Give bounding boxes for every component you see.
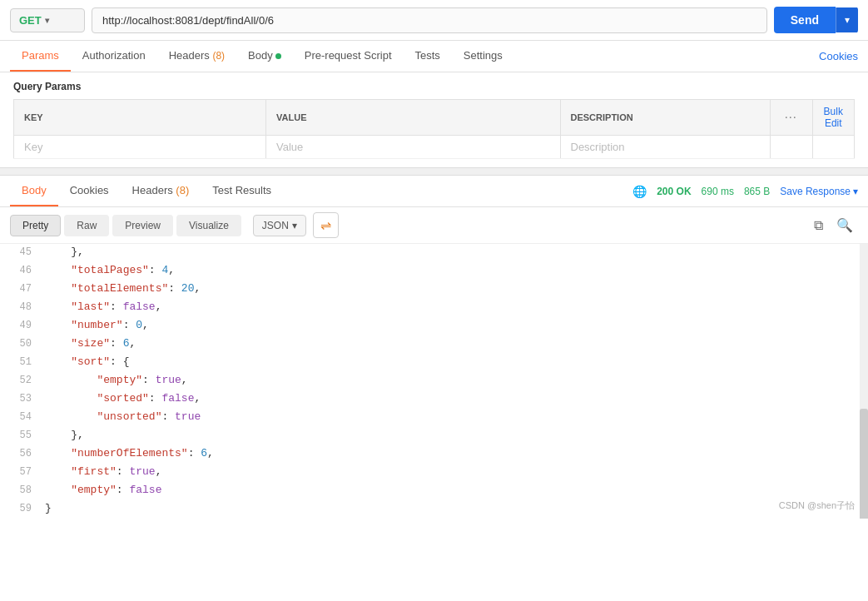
search-button[interactable]: 🔍 xyxy=(831,214,858,236)
desc-cell[interactable]: Description xyxy=(560,136,771,159)
view-preview-button[interactable]: Preview xyxy=(112,215,173,236)
resp-tab-test-results[interactable]: Test Results xyxy=(201,176,283,206)
code-line-48: 48 "last": false, xyxy=(0,299,868,317)
row-bulk xyxy=(812,136,855,159)
format-chevron-icon: ▾ xyxy=(292,220,297,231)
col-header-value: VALUE xyxy=(266,100,561,136)
scrollbar-track[interactable] xyxy=(860,244,868,519)
tab-prerequest[interactable]: Pre-request Script xyxy=(293,41,404,72)
bulk-edit-button[interactable]: Bulk Edit xyxy=(823,106,845,129)
resp-tab-cookies[interactable]: Cookies xyxy=(58,176,121,206)
line-content-55: }, xyxy=(42,427,84,445)
line-num-53: 53 xyxy=(0,390,42,407)
line-content-57: "first": true, xyxy=(42,464,161,481)
resp-tab-headers[interactable]: Headers (8) xyxy=(121,176,201,206)
body-dot xyxy=(275,53,281,59)
response-status: 200 OK xyxy=(657,186,691,197)
line-num-54: 54 xyxy=(0,409,42,425)
method-select[interactable]: GET ▾ xyxy=(10,8,85,32)
col-header-actions: ··· xyxy=(771,100,813,136)
line-content-54: "unsorted": true xyxy=(42,409,201,426)
method-label: GET xyxy=(19,14,42,27)
watermark: CSDN @shen子怡 xyxy=(779,499,855,512)
globe-icon: 🌐 xyxy=(632,185,647,198)
line-num-51: 51 xyxy=(0,354,42,370)
response-meta: 🌐 200 OK 690 ms 865 B Save Response ▾ xyxy=(632,185,858,198)
line-num-56: 56 xyxy=(0,445,42,462)
line-content-59: } xyxy=(42,500,52,518)
cookies-link[interactable]: Cookies xyxy=(819,50,858,62)
tab-tests[interactable]: Tests xyxy=(404,41,452,72)
scrollbar-thumb[interactable] xyxy=(860,409,868,519)
format-label: JSON xyxy=(262,220,289,231)
tab-authorization[interactable]: Authorization xyxy=(71,41,157,72)
view-visualize-button[interactable]: Visualize xyxy=(176,215,241,236)
resp-headers-badge: (8) xyxy=(176,184,189,196)
table-row: Key Value Description xyxy=(14,136,855,159)
key-cell[interactable]: Key xyxy=(14,136,266,159)
line-content-58: "empty": false xyxy=(42,482,161,499)
line-num-59: 59 xyxy=(0,500,42,517)
wrap-button[interactable]: ⇌ xyxy=(313,212,339,238)
send-button[interactable]: Send xyxy=(774,7,836,33)
line-num-55: 55 xyxy=(0,427,42,444)
code-line-52: 52 "empty": true, xyxy=(0,372,868,390)
line-content-46: "totalPages": 4, xyxy=(42,262,175,280)
section-divider xyxy=(0,167,868,176)
code-wrapper: 45 }, 46 "totalPages": 4, 47 "totalEleme… xyxy=(0,244,868,519)
line-num-58: 58 xyxy=(0,482,42,499)
line-num-57: 57 xyxy=(0,464,42,480)
response-tabs: Body Cookies Headers (8) Test Results 🌐 … xyxy=(0,176,868,207)
line-content-51: "sort": { xyxy=(42,354,129,371)
line-content-48: "last": false, xyxy=(42,299,161,316)
code-line-54: 54 "unsorted": true xyxy=(0,409,868,427)
copy-button[interactable]: ⧉ xyxy=(809,215,828,236)
code-line-45: 45 }, xyxy=(0,244,868,262)
code-line-53: 53 "sorted": false, xyxy=(0,390,868,409)
response-body[interactable]: 45 }, 46 "totalPages": 4, 47 "totalEleme… xyxy=(0,244,868,519)
line-num-50: 50 xyxy=(0,335,42,352)
tab-body[interactable]: Body xyxy=(236,41,293,72)
tab-settings[interactable]: Settings xyxy=(452,41,514,72)
params-table: KEY VALUE DESCRIPTION ··· Bulk Edit Key … xyxy=(13,99,855,159)
line-num-46: 46 xyxy=(0,262,42,279)
url-input[interactable] xyxy=(92,7,767,33)
line-content-50: "size": 6, xyxy=(42,335,136,353)
send-button-group: Send ▾ xyxy=(774,7,858,33)
format-select[interactable]: JSON ▾ xyxy=(253,215,306,236)
code-line-47: 47 "totalElements": 20, xyxy=(0,281,868,299)
code-line-58: 58 "empty": false xyxy=(0,482,868,500)
line-content-45: }, xyxy=(42,244,84,261)
view-raw-button[interactable]: Raw xyxy=(64,215,109,236)
view-pretty-button[interactable]: Pretty xyxy=(10,215,61,236)
line-num-49: 49 xyxy=(0,317,42,334)
value-cell[interactable]: Value xyxy=(266,136,561,159)
response-time: 690 ms xyxy=(702,186,734,197)
line-content-53: "sorted": false, xyxy=(42,390,201,408)
line-num-52: 52 xyxy=(0,372,42,389)
tab-headers[interactable]: Headers (8) xyxy=(157,41,236,72)
col-header-bulk: Bulk Edit xyxy=(812,100,855,136)
top-bar: GET ▾ Send ▾ xyxy=(0,0,868,41)
code-line-49: 49 "number": 0, xyxy=(0,317,868,335)
save-response-button[interactable]: Save Response ▾ xyxy=(780,186,858,197)
resp-tab-body[interactable]: Body xyxy=(10,176,58,206)
more-options-icon[interactable]: ··· xyxy=(785,112,797,122)
line-num-45: 45 xyxy=(0,244,42,261)
tab-params[interactable]: Params xyxy=(10,41,71,72)
line-content-56: "numberOfElements": 6, xyxy=(42,445,214,463)
line-num-48: 48 xyxy=(0,299,42,315)
code-line-57: 57 "first": true, xyxy=(0,464,868,482)
line-content-49: "number": 0, xyxy=(42,317,149,335)
code-line-50: 50 "size": 6, xyxy=(0,335,868,354)
col-header-desc: DESCRIPTION xyxy=(560,100,771,136)
code-line-59: 59 } xyxy=(0,500,868,519)
response-size: 865 B xyxy=(744,186,770,197)
col-header-key: KEY xyxy=(14,100,266,136)
code-line-46: 46 "totalPages": 4, xyxy=(0,262,868,281)
row-actions xyxy=(771,136,813,159)
send-dropdown-button[interactable]: ▾ xyxy=(836,7,858,32)
response-toolbar: Pretty Raw Preview Visualize JSON ▾ ⇌ ⧉ … xyxy=(0,207,868,244)
code-line-55: 55 }, xyxy=(0,427,868,445)
code-line-56: 56 "numberOfElements": 6, xyxy=(0,445,868,464)
